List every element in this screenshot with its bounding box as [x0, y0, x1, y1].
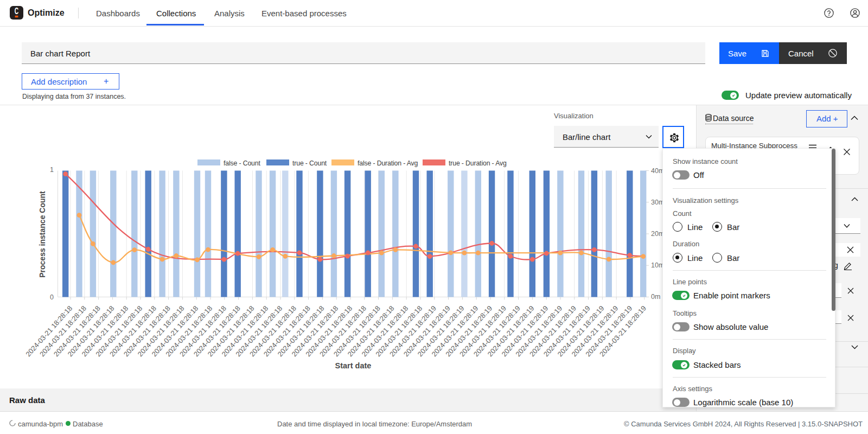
svg-text:0m: 0m	[651, 293, 660, 301]
svg-text:0: 0	[50, 293, 54, 301]
svg-text:false - Count: false - Count	[224, 159, 261, 167]
svg-text:1: 1	[50, 166, 54, 174]
svg-text:Start date: Start date	[335, 361, 372, 370]
svg-text:C: C	[15, 7, 18, 16]
svg-text:false - Duration - Avg: false - Duration - Avg	[358, 159, 418, 167]
svg-text:true - Count: true - Count	[292, 159, 327, 167]
svg-text:true - Duration - Avg: true - Duration - Avg	[449, 159, 507, 167]
svg-text:Process instance Count: Process instance Count	[38, 191, 47, 278]
